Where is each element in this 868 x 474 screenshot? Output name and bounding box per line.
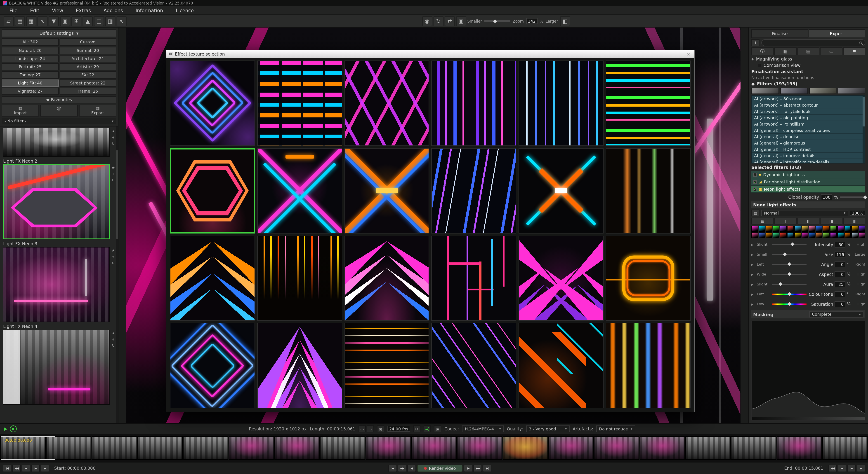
favourites-button[interactable]: ★ Favourites [2,96,116,103]
add-filter-button[interactable]: + [751,39,760,46]
add-icon[interactable]: + [112,135,115,140]
category-light-fx-40[interactable]: Light FX: 40 [2,79,59,87]
favourite-icon[interactable]: ★ [112,129,115,133]
filter-preview-3[interactable] [809,88,837,94]
menu-view[interactable]: View [46,7,69,14]
blend-left-icon[interactable]: ◧ [797,218,819,225]
slider-value[interactable]: 0 [835,271,845,277]
timeline-frame-19[interactable] [822,436,868,460]
quality-dropdown[interactable]: 3 - Very good▾ [526,426,569,432]
category-artistic-29[interactable]: Artistic: 29 [59,63,116,70]
texture-chip[interactable] [851,232,858,238]
preset-thumbnail[interactable] [3,247,110,322]
timeline-frame-6[interactable] [229,436,274,460]
render-video-button[interactable]: Render video [417,465,463,472]
zoom-value[interactable]: 142 [526,18,537,24]
slider-track[interactable] [772,253,807,255]
column-icon[interactable]: ▥ [105,16,115,26]
timeline-frame-12[interactable] [503,436,548,460]
expand-arrow-icon[interactable]: ▶ [751,273,755,276]
menu-extras[interactable]: Extras [70,7,97,14]
grid-tab-icon[interactable]: ▦ [774,47,797,55]
artefacts-dropdown[interactable]: Do not reduce▾ [596,426,635,432]
filter-list-item[interactable]: AI (general) – intensify micro-details [752,159,865,164]
filter-preview-1[interactable] [751,88,779,94]
checkbox-icon[interactable]: ✓ [753,187,757,191]
add-icon[interactable]: + [112,255,115,259]
texture-chip[interactable] [809,232,815,238]
redo-icon[interactable]: ↻ [433,16,443,26]
settings-icon[interactable]: ⚙ [413,426,421,432]
texture-tile-diagonal-lattice-pink-purple[interactable] [344,61,429,146]
selected-filter-peripheral-light-distribution[interactable]: ✓◪Peripheral light distribution [751,178,865,185]
import-button[interactable]: ▦ Import [2,105,39,116]
texture-chip[interactable] [751,226,758,232]
preset-light-fx-neon-3[interactable]: Light FX Neon 3★+↻ [3,239,117,322]
preset-light-fx-neon-2[interactable]: Light FX Neon 2★+↻ [3,157,117,239]
menu-add-ons[interactable]: Add-ons [98,7,129,14]
expand-arrow-icon[interactable]: ▶ [751,302,755,306]
filter-list-item[interactable]: AI (general) – improve details [752,153,865,159]
timeline-frame-4[interactable] [137,436,183,460]
category-vignette-27[interactable]: Vignette: 27 [2,88,59,95]
texture-tile-chevrons-orange-blue[interactable] [170,236,255,321]
fps-value[interactable]: 24,00 fps [388,426,410,432]
filter-list-item[interactable]: AI (general) – compress tonal values [752,127,865,134]
texture-tile-hexagon-orange-pink[interactable] [170,148,255,234]
slider-thumb[interactable] [778,282,782,286]
slider-track[interactable] [772,244,807,245]
slider-thumb[interactable] [791,242,795,246]
texture-chip[interactable] [773,232,780,238]
filter-list-item[interactable]: AI (artwork) – old painting [752,115,865,121]
texture-chip[interactable] [837,232,844,238]
speaker-icon[interactable]: ◄) [424,426,431,432]
timeline-frame-16[interactable] [685,436,731,460]
texture-tile-rounded-frame-orange[interactable] [606,236,691,321]
slider-track[interactable] [772,273,807,275]
fit-image-icon[interactable]: ◧ [560,16,570,26]
texture-chip[interactable] [766,226,772,232]
texture-tile-horizontal-green-multi[interactable] [606,61,691,146]
global-opacity-slider[interactable] [840,197,865,198]
texture-tile-vertical-thin-blue-white[interactable] [519,61,604,146]
preset-filter-dropdown[interactable]: - No filter -▾ [2,118,116,124]
default-settings-header[interactable]: Default settings▾ [2,29,116,37]
texture-grid-icon[interactable]: ▦ [751,209,760,216]
global-opacity-value[interactable]: 100 [821,194,832,200]
timeline-frame-9[interactable] [366,436,411,460]
step-back-button[interactable]: ◀ [22,465,30,472]
close-icon[interactable]: × [685,51,692,57]
texture-chip[interactable] [794,226,801,232]
scope-custom[interactable]: Custom [59,38,116,46]
slider-track[interactable] [772,264,807,265]
blend-right-icon[interactable]: ◨ [820,218,842,225]
timeline[interactable]: 00:00:00.000 [0,434,868,462]
zoom-slider-thumb[interactable] [493,19,497,23]
play-button[interactable]: ▶ [4,426,7,432]
go-end-button[interactable]: ▶| [41,465,49,472]
texture-tile-circuit-lines-pink-blue[interactable] [432,236,517,321]
render-back-button[interactable]: ◀ [407,465,416,472]
filter-list-item[interactable]: AI (artwork) – Pointillism [752,121,865,127]
texture-chip[interactable] [780,226,787,232]
layout-tab-icon[interactable]: ▤ [797,47,819,55]
texture-chip[interactable] [787,226,794,232]
render-ffwd-button[interactable]: ▶▶ [473,465,482,472]
texture-tile-segmented-bars[interactable] [257,61,342,146]
codec-dropdown[interactable]: H.264/MPEG-4▾ [462,426,504,432]
tab-finalise[interactable]: Finalise [751,29,808,38]
expand-arrow-icon[interactable]: ▶ [751,282,755,286]
texture-tile-neon-drips[interactable] [257,236,342,321]
blend-pattern-icon[interactable]: ▦ [751,218,774,225]
selected-filter-dynamic-brightness[interactable]: ✓◆Dynamic brightness [751,171,865,178]
slider-thumb[interactable] [787,272,791,276]
playhead[interactable] [1,434,1,462]
category-surreal-20[interactable]: Surreal: 20 [59,47,116,54]
at-button[interactable]: @ [40,105,78,116]
category-frame-25[interactable]: Frame: 25 [59,88,116,95]
texture-tile-diagonal-steep-blue-purple[interactable] [432,148,517,234]
print-icon[interactable]: ▣ [60,16,70,26]
scope-all-302[interactable]: All: 302 [2,38,59,46]
menu-licence[interactable]: Licence [170,7,199,14]
expand-arrow-icon[interactable]: ▶ [751,293,755,296]
